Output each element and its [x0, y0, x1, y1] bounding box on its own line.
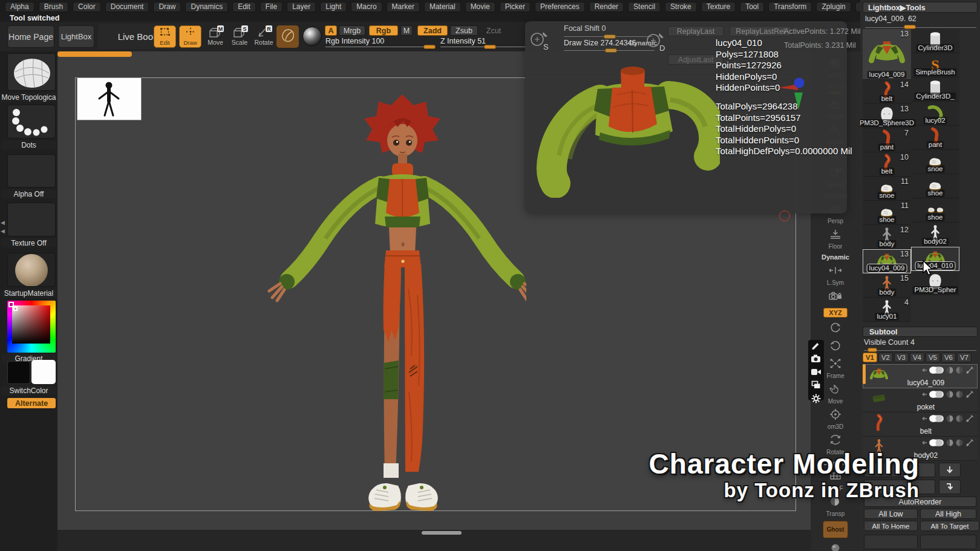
visible-count-slider[interactable]: [864, 350, 976, 351]
tool-item-body02[interactable]: body02: [911, 223, 959, 247]
stroke-d-icon[interactable]: D: [645, 31, 667, 55]
menu-item-stroke[interactable]: Stroke: [665, 2, 697, 12]
subtool-row-belt[interactable]: belt: [863, 412, 978, 437]
switch-color-button[interactable]: SwitchColor: [1, 386, 56, 395]
shelf-item-transp[interactable]: Transp: [826, 495, 845, 517]
move-button[interactable]: M Move: [204, 27, 226, 47]
m-toggle[interactable]: M: [400, 25, 413, 36]
focal-shift-handle[interactable]: [604, 34, 616, 39]
menu-item-stencil[interactable]: Stencil: [628, 2, 661, 12]
shelf-item-solo[interactable]: Solo: [828, 542, 843, 551]
menu-item-edit[interactable]: Edit: [232, 2, 256, 12]
all-low-button[interactable]: All Low: [864, 509, 918, 519]
scale-button[interactable]: S Scale: [229, 27, 250, 47]
menu-item-layer[interactable]: Layer: [287, 2, 316, 12]
tool-item-pm3d-spher[interactable]: PM3D_Spher: [911, 271, 959, 295]
panel-collapse-arrow2-icon[interactable]: ◀: [1, 228, 5, 234]
subtool-row-poket[interactable]: poket: [863, 388, 978, 412]
rgb-intensity-slider[interactable]: [325, 47, 436, 47]
replay-last-button[interactable]: ReplayLast: [668, 26, 724, 36]
rotate-button[interactable]: R Rotate: [253, 27, 275, 47]
shelf-item-l-sym[interactable]: L.Sym: [827, 264, 844, 286]
tool-item-snoe[interactable]: snoe: [911, 150, 959, 174]
menu-item-macro[interactable]: Macro: [351, 2, 382, 12]
all-to-target-button[interactable]: All To Target: [920, 521, 979, 531]
a-toggle[interactable]: A: [325, 25, 337, 36]
subtool-tab-v3[interactable]: V3: [894, 353, 909, 362]
horizontal-scrollbar[interactable]: [422, 531, 462, 535]
color-picker[interactable]: [7, 301, 56, 353]
shelf-item-ghost[interactable]: Ghost: [823, 521, 849, 538]
live-boolean-button[interactable]: Live Boolean: [98, 24, 190, 49]
shelf-item-dynamic[interactable]: Dynamic: [822, 253, 849, 261]
tool-item-cylinder3d[interactable]: Cylinder3D_: [911, 77, 959, 102]
tool-slider[interactable]: [865, 27, 976, 28]
pen-icon[interactable]: [811, 340, 822, 353]
draw-size-handle[interactable]: [605, 48, 617, 53]
home-page-button[interactable]: Home Page: [7, 25, 54, 48]
bottom-partial-button-1[interactable]: [864, 535, 918, 549]
z-intensity-handle[interactable]: [484, 45, 496, 49]
shelf-item-floor[interactable]: Floor: [828, 228, 843, 250]
draw-button[interactable]: Draw: [179, 25, 201, 48]
tool-item-pm3d-sphere3d[interactable]: 13PM3D_Sphere3D: [863, 104, 911, 128]
tool-item-simplebrush[interactable]: SSimpleBrush: [911, 53, 959, 77]
menu-item-color[interactable]: Color: [73, 2, 101, 12]
material-thumbnail[interactable]: [7, 253, 56, 287]
tool-slider-handle[interactable]: [904, 25, 916, 29]
camera-icon[interactable]: [811, 353, 822, 367]
subtool-tab-v1[interactable]: V1: [863, 353, 877, 362]
auto-reorder-button[interactable]: AutoReorder: [864, 497, 976, 507]
menu-item-picker[interactable]: Picker: [500, 2, 531, 12]
subtool-tab-v5[interactable]: V5: [926, 353, 940, 362]
xyz-pivot-button[interactable]: XYZ: [823, 308, 847, 318]
menu-item-zplugin[interactable]: Zplugin: [816, 2, 851, 12]
tool-item-body[interactable]: 15body: [863, 273, 911, 298]
tool-item-cylinder3d[interactable]: Cylinder3D: [911, 29, 959, 53]
panel-collapse-arrow-icon[interactable]: ◀: [1, 220, 5, 226]
current-brush-button[interactable]: [276, 25, 299, 48]
shelf-item-xyz[interactable]: XYZ: [823, 308, 847, 318]
tool-item-shoe[interactable]: 11shoe: [863, 201, 911, 225]
tool-item-lucy04-009[interactable]: 13lucy04_009: [863, 249, 911, 273]
shelf-item-spin-r[interactable]: [828, 339, 843, 354]
texture-thumbnail[interactable]: [7, 203, 56, 236]
tool-item-snoe[interactable]: 11snoe: [863, 177, 911, 201]
ghost-transparency-button[interactable]: Ghost: [823, 521, 849, 538]
menu-item-render[interactable]: Render: [589, 2, 624, 12]
move-down-button[interactable]: [939, 463, 961, 477]
menu-item-light[interactable]: Light: [320, 2, 347, 12]
layers-icon[interactable]: [811, 380, 822, 393]
shelf-item-spin-l[interactable]: [828, 321, 843, 336]
replay-last-rel-button[interactable]: ReplayLastRel: [730, 26, 791, 36]
menu-item-material[interactable]: Material: [424, 2, 461, 12]
all-high-button[interactable]: All High: [920, 509, 976, 519]
main-color-swatch[interactable]: [7, 361, 30, 384]
subtool-header[interactable]: Subtool: [863, 327, 978, 337]
menu-item-tool[interactable]: Tool: [740, 2, 764, 12]
material-preview-ball[interactable]: [302, 27, 322, 46]
subtool-row-lucy04-009[interactable]: lucy04_009: [863, 364, 978, 388]
shelf-item-move[interactable]: Move: [828, 383, 843, 405]
menu-item-movie[interactable]: Movie: [465, 2, 495, 12]
lightbox-button[interactable]: LightBox: [58, 25, 94, 48]
tool-item-lucy04-010[interactable]: lucy04_010: [911, 247, 959, 271]
tool-item-lucy04-009[interactable]: 13lucy04_009: [863, 29, 911, 80]
menu-item-draw[interactable]: Draw: [153, 2, 181, 12]
subtool-action-button-2[interactable]: [864, 480, 935, 494]
edit-button[interactable]: Edit: [154, 25, 176, 48]
menu-item-dynamics[interactable]: Dynamics: [185, 2, 228, 12]
subtool-toggles[interactable]: [921, 390, 975, 402]
subtool-toggles[interactable]: [921, 414, 975, 426]
visible-count-handle[interactable]: [867, 348, 877, 352]
shelf-item-om3d[interactable]: om3D: [828, 408, 844, 430]
zadd-toggle[interactable]: Zadd: [417, 25, 448, 36]
shelf-item-frame[interactable]: Frame: [827, 357, 844, 379]
video-icon[interactable]: [811, 367, 822, 380]
color-picker-square[interactable]: [12, 305, 50, 344]
tool-item-shoe[interactable]: shoe: [911, 174, 959, 198]
rgb-intensity-handle[interactable]: [423, 45, 436, 49]
saturation-selector[interactable]: [13, 307, 18, 311]
shelf-item-rotate[interactable]: Rotate: [826, 434, 844, 455]
menu-item-brush[interactable]: Brush: [39, 2, 68, 12]
